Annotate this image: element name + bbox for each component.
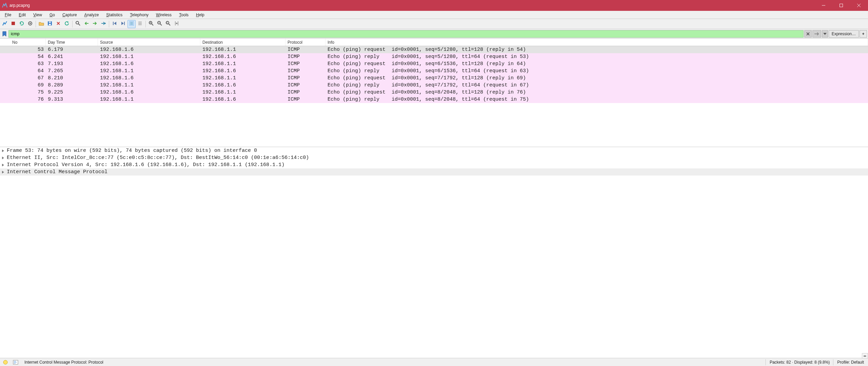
svg-marker-5 (20, 22, 21, 24)
first-button[interactable] (111, 20, 119, 28)
cell-info: Echo (ping) request id=0x0001, seq=7/179… (326, 75, 868, 81)
svg-point-14 (76, 21, 79, 24)
svg-point-7 (29, 23, 31, 24)
restart-icon (19, 21, 24, 27)
filter-expression-button[interactable]: Expression… (829, 30, 859, 38)
filter-add-button[interactable]: + (860, 30, 867, 38)
fin-start-button[interactable] (1, 20, 9, 28)
svg-rect-4 (12, 22, 15, 25)
menu-view[interactable]: View (30, 12, 45, 18)
menu-statistics[interactable]: Statistics (103, 12, 126, 18)
forward-icon (92, 21, 98, 26)
packet-row[interactable]: 759.225192.168.1.6192.168.1.1ICMPEcho (p… (0, 89, 868, 96)
filter-apply-button[interactable] (812, 30, 821, 38)
svg-marker-20 (121, 22, 124, 25)
detail-tree-item[interactable]: Internet Protocol Version 4, Src: 192.16… (0, 161, 868, 168)
packet-row[interactable]: 678.210192.168.1.6192.168.1.1ICMPEcho (p… (0, 75, 868, 82)
save-button[interactable] (46, 20, 54, 28)
menu-file[interactable]: File (1, 12, 15, 18)
last-button[interactable] (119, 20, 127, 28)
cell-prot: ICMP (285, 47, 326, 53)
expand-icon[interactable] (1, 156, 5, 160)
packet-row[interactable]: 769.313192.168.1.1192.168.1.6ICMPEcho (p… (0, 96, 868, 103)
column-header-protocol[interactable]: Protocol (285, 39, 326, 46)
back-button[interactable] (82, 20, 91, 28)
menu-telephony[interactable]: Telephony (126, 12, 152, 18)
packet-row[interactable]: 637.193192.168.1.6192.168.1.1ICMPEcho (p… (0, 60, 868, 67)
column-header-source[interactable]: Source (98, 39, 200, 46)
cell-info: Echo (ping) reply id=0x0001, seq=5/1280,… (326, 54, 868, 60)
open-button[interactable] (37, 20, 45, 28)
menu-help[interactable]: Help (193, 12, 208, 18)
menu-capture[interactable]: Capture (59, 12, 80, 18)
column-header-info[interactable]: Info (326, 39, 868, 46)
detail-text: Internet Control Message Protocol (7, 169, 107, 175)
expand-icon[interactable] (1, 149, 5, 152)
close-button[interactable] (54, 20, 62, 28)
cell-dst: 192.168.1.6 (200, 68, 285, 74)
close-button[interactable] (851, 0, 867, 11)
maximize-button[interactable] (833, 0, 849, 11)
packet-list-header: No Day Time Source Destination Protocol … (0, 39, 868, 46)
reload-button[interactable] (63, 20, 71, 28)
expert-info-button[interactable] (2, 359, 9, 366)
expand-icon[interactable] (1, 163, 5, 167)
expand-icon[interactable] (1, 170, 5, 174)
cell-time: 7.265 (46, 68, 98, 74)
autoscroll-button[interactable] (136, 20, 144, 28)
filter-bookmark-icon[interactable] (1, 30, 8, 37)
save-icon (47, 21, 52, 27)
toolbar-separator (109, 21, 109, 27)
forward-button[interactable] (91, 20, 99, 28)
detail-tree-item[interactable]: Internet Control Message Protocol (0, 168, 868, 176)
svg-text:1: 1 (166, 22, 168, 24)
toolbar-separator (36, 21, 36, 27)
stop-button[interactable] (9, 20, 17, 28)
options-button[interactable] (26, 20, 34, 28)
autoscroll-enabled-button[interactable] (127, 20, 136, 28)
zoom-in-button[interactable] (147, 20, 155, 28)
menu-analyze[interactable]: Analyze (81, 12, 102, 18)
filter-history-dropdown[interactable] (822, 30, 828, 38)
zoom-reset-button[interactable]: 1 (164, 20, 172, 28)
display-filter-input[interactable] (8, 30, 804, 38)
svg-line-15 (78, 24, 80, 25)
capture-file-properties-button[interactable] (12, 359, 19, 366)
details-scroll-handle[interactable]: ◂▸ (862, 353, 868, 359)
packet-row[interactable]: 647.265192.168.1.1192.168.1.6ICMPEcho (p… (0, 67, 868, 75)
menu-edit[interactable]: Edit (15, 12, 29, 18)
menu-wireless[interactable]: Wireless (153, 12, 175, 18)
cell-time: 8.210 (46, 75, 98, 81)
packet-row[interactable]: 536.179192.168.1.6192.168.1.1ICMPEcho (p… (0, 46, 868, 53)
packet-row[interactable]: 698.289192.168.1.1192.168.1.6ICMPEcho (p… (0, 82, 868, 89)
jump-button[interactable] (99, 20, 107, 28)
open-icon (39, 21, 44, 27)
zoom-out-button[interactable] (156, 20, 164, 28)
column-header-dest[interactable]: Destination (200, 39, 285, 46)
toolbar: 1 (0, 19, 868, 29)
detail-tree-item[interactable]: Frame 53: 74 bytes on wire (592 bits), 7… (0, 147, 868, 154)
column-header-daytime[interactable]: Day Time (46, 39, 98, 46)
detail-tree-item[interactable]: Ethernet II, Src: IntelCor_8c:ce:77 (5c:… (0, 154, 868, 161)
menu-tools[interactable]: Tools (176, 12, 192, 18)
restart-button[interactable] (18, 20, 26, 28)
cell-dst: 192.168.1.6 (200, 82, 285, 88)
jump-icon (101, 21, 106, 26)
status-profile[interactable]: Profile: Default (837, 360, 866, 365)
toolbar-separator (72, 21, 73, 27)
packet-row[interactable]: 546.241192.168.1.1192.168.1.6ICMPEcho (p… (0, 53, 868, 60)
cell-dst: 192.168.1.6 (200, 54, 285, 60)
last-icon (121, 21, 125, 27)
column-header-no[interactable]: No (10, 39, 46, 46)
find-button[interactable] (74, 20, 82, 28)
menu-go[interactable]: Go (46, 12, 58, 18)
back-icon (84, 21, 89, 26)
resize-cols-button[interactable] (173, 20, 181, 28)
cell-prot: ICMP (285, 61, 326, 67)
cell-dst: 192.168.1.1 (200, 47, 285, 53)
minimize-button[interactable] (816, 0, 831, 11)
filter-clear-button[interactable] (804, 30, 812, 38)
cell-info: Echo (ping) request id=0x0001, seq=6/153… (326, 61, 868, 67)
svg-line-36 (169, 24, 170, 25)
titlebar: arp.pcapng (0, 0, 868, 11)
